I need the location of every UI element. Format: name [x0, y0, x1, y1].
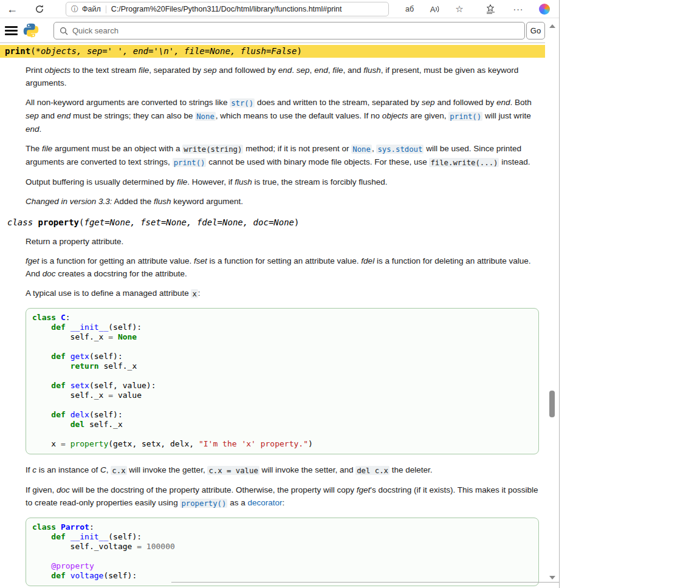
- copilot-icon[interactable]: [537, 0, 552, 18]
- refresh-icon: [35, 4, 44, 14]
- code-link[interactable]: None: [351, 145, 372, 154]
- python-logo-glyph: [23, 22, 39, 38]
- favorites-hub-glyph: [486, 4, 496, 14]
- property-signature: class property(fget=None, fset=None, fde…: [0, 216, 545, 229]
- vertical-scrollbar[interactable]: [547, 19, 557, 587]
- paragraph-property-1: Return a property attribute.: [26, 235, 539, 248]
- bottom-edge-line: [171, 582, 559, 583]
- paragraph-print-3: The file argument must be an object with…: [26, 142, 539, 169]
- code-link[interactable]: property(): [180, 499, 227, 508]
- favorite-star-icon[interactable]: ☆: [453, 0, 466, 18]
- paragraph-property-2: fget is a function for getting an attrib…: [26, 255, 539, 280]
- browser-toolbar: ← ⓘ Файл C:/Program%20Files/Python311/Do…: [0, 0, 559, 18]
- search-box[interactable]: [53, 22, 525, 39]
- python-logo[interactable]: [23, 22, 39, 41]
- search-icon: [60, 27, 68, 35]
- file-protocol-label: Файл: [82, 5, 101, 13]
- sound-waves-icon: [435, 5, 440, 13]
- code-link[interactable]: print(): [448, 112, 482, 121]
- code-link[interactable]: None: [195, 112, 216, 121]
- print-signature: print(*objects, sep=' ', end='\n', file=…: [0, 45, 545, 58]
- more-menu-icon[interactable]: ···: [510, 0, 526, 18]
- property-description: Return a property attribute. fget is a f…: [26, 235, 539, 586]
- read-aloud-icon[interactable]: A: [427, 0, 444, 18]
- search-input[interactable]: [72, 26, 519, 35]
- favorites-hub-icon[interactable]: [483, 0, 498, 18]
- address-divider: [106, 5, 106, 13]
- translate-icon[interactable]: аб: [401, 0, 418, 18]
- paragraph-property-5: If given, doc will be the docstring of t…: [26, 484, 539, 510]
- print-description: Print objects to the text stream file, s…: [26, 64, 539, 208]
- refresh-button[interactable]: [35, 4, 44, 14]
- search-go-button[interactable]: Go: [526, 22, 545, 39]
- back-button[interactable]: ←: [7, 1, 18, 17]
- paragraph-print-2: All non-keyword arguments are converted …: [26, 96, 539, 135]
- code-block-class-c: class C: def __init__(self): self._x = N…: [26, 308, 539, 454]
- doc-content: print(*objects, sep=' ', end='\n', file=…: [0, 43, 545, 588]
- scrollbar-up-arrow-icon[interactable]: [549, 24, 555, 28]
- scrollbar-down-arrow-icon[interactable]: [549, 576, 555, 579]
- text-link[interactable]: decorator: [247, 498, 282, 507]
- property-definition: class property(fget=None, fset=None, fde…: [0, 216, 545, 586]
- paragraph-property-4: If c is an instance of C, c.x will invok…: [26, 463, 539, 477]
- browser-window: ← ⓘ Файл C:/Program%20Files/Python311/Do…: [0, 0, 560, 588]
- menu-button[interactable]: [5, 26, 18, 35]
- copilot-logo: [539, 4, 550, 15]
- paragraph-property-3: A typical use is to define a managed att…: [26, 287, 539, 300]
- print-definition: print(*objects, sep=' ', end='\n', file=…: [0, 45, 545, 208]
- docs-header: Go: [0, 18, 545, 43]
- address-bar[interactable]: ⓘ Файл C:/Program%20Files/Python311/Doc/…: [66, 2, 389, 16]
- code-link[interactable]: print(): [173, 158, 207, 167]
- paragraph-print-4: Output buffering is usually determined b…: [26, 176, 539, 188]
- read-aloud-letter: A: [430, 5, 436, 14]
- code-link[interactable]: sys.stdout: [376, 145, 424, 154]
- scrollbar-thumb[interactable]: [549, 391, 555, 417]
- page-info-icon[interactable]: ⓘ: [71, 4, 78, 15]
- paragraph-print-changed: Changed in version 3.3: Added the flush …: [26, 195, 539, 208]
- code-block-parrot: class Parrot: def __init__(self): self._…: [26, 518, 539, 586]
- paragraph-print-1: Print objects to the text stream file, s…: [26, 64, 539, 89]
- url-text: C:/Program%20Files/Python311/Doc/html/li…: [111, 5, 342, 13]
- code-link[interactable]: str(): [230, 98, 255, 108]
